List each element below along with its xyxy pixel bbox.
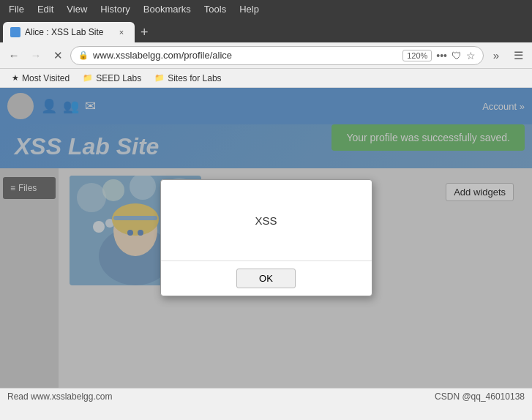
modal-message: XSS — [161, 180, 372, 260]
modal-ok-button[interactable]: OK — [236, 269, 296, 288]
address-text: www.xsslabelgg.com/profile/alice — [93, 50, 398, 61]
status-url: Read www.xsslabelgg.com — [7, 391, 112, 402]
security-lock-icon: 🔒 — [78, 50, 89, 60]
bookmark-sites-for-labs[interactable]: 📁 Sites for Labs — [149, 72, 227, 85]
menu-help[interactable]: Help — [233, 2, 265, 16]
bookmark-seed-labs[interactable]: 📁 SEED Labs — [77, 72, 147, 85]
seed-labs-folder-icon: 📁 — [83, 73, 93, 83]
bookmark-most-visited-label: Most Visited — [22, 73, 70, 83]
bookmarks-bar: ★ Most Visited 📁 SEED Labs 📁 Sites for L… — [0, 69, 532, 88]
new-tab-button[interactable]: + — [135, 22, 154, 42]
tab-close-button[interactable]: × — [116, 26, 127, 38]
address-icons: ••• 🛡 ☆ — [436, 50, 476, 61]
menu-view[interactable]: View — [61, 2, 93, 16]
menu-tools[interactable]: Tools — [198, 2, 232, 16]
tab-favicon — [10, 27, 20, 37]
tab-title: Alice : XSS Lab Site — [25, 27, 111, 37]
tab-bar: Alice : XSS Lab Site × + — [0, 18, 532, 42]
menu-bar: File Edit View History Bookmarks Tools H… — [0, 0, 532, 18]
address-bar[interactable]: 🔒 www.xsslabelgg.com/profile/alice 120% … — [70, 46, 484, 65]
bookmark-sites-for-labs-label: Sites for Labs — [168, 73, 221, 83]
hamburger-button[interactable]: ☰ — [509, 46, 528, 65]
menu-edit[interactable]: Edit — [31, 2, 59, 16]
status-bar: Read www.xsslabelgg.com CSDN @qq_4601013… — [0, 388, 532, 404]
bookmark-most-visited[interactable]: ★ Most Visited — [6, 72, 75, 85]
modal-dialog: XSS OK — [160, 179, 372, 296]
website-content: 👤 👥 ✉ Account » XSS Lab Site Your profil… — [0, 88, 532, 404]
menu-history[interactable]: History — [94, 2, 135, 16]
shield-icon: 🛡 — [452, 50, 462, 61]
active-tab[interactable]: Alice : XSS Lab Site × — [3, 22, 135, 42]
more-options-icon[interactable]: ••• — [436, 50, 447, 61]
overflow-button[interactable]: » — [487, 46, 506, 65]
bookmark-seed-labs-label: SEED Labs — [96, 73, 141, 83]
reload-stop-button[interactable]: ✕ — [48, 46, 67, 65]
menu-file[interactable]: File — [3, 2, 30, 16]
sites-for-labs-folder-icon: 📁 — [154, 73, 165, 83]
watermark-text: CSDN @qq_46010138 — [435, 391, 525, 402]
modal-overlay: XSS OK — [0, 88, 532, 388]
bookmark-star-icon[interactable]: ☆ — [466, 50, 476, 61]
most-visited-icon: ★ — [12, 73, 19, 83]
nav-bar: ← → ✕ 🔒 www.xsslabelgg.com/profile/alice… — [0, 42, 532, 69]
forward-button[interactable]: → — [26, 46, 45, 65]
modal-footer: OK — [161, 260, 372, 296]
menu-bookmarks[interactable]: Bookmarks — [138, 2, 197, 16]
zoom-level[interactable]: 120% — [402, 50, 432, 61]
back-button[interactable]: ← — [4, 46, 23, 65]
